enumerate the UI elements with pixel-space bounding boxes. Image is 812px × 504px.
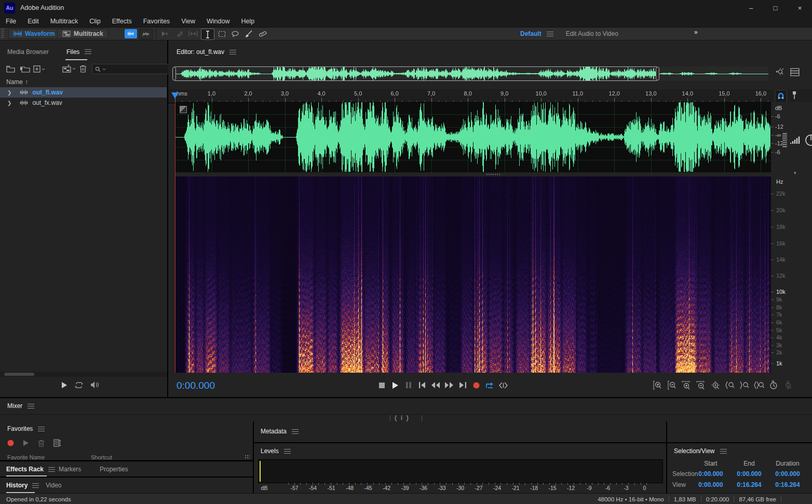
zoom-out-amplitude-button[interactable] (665, 379, 679, 391)
files-hscrollbar[interactable] (0, 372, 167, 377)
spectrogram-canvas[interactable] (175, 176, 770, 373)
zoom-in-amplitude-button[interactable] (650, 379, 665, 391)
skip-selection-button[interactable] (496, 379, 510, 391)
restore-zoom-button[interactable] (766, 379, 781, 391)
move-tool[interactable] (159, 29, 171, 39)
menu-window[interactable]: Window (201, 16, 235, 27)
show-waveform-toggle[interactable] (125, 29, 137, 38)
menu-edit[interactable]: Edit (22, 16, 45, 27)
tab-effects-rack[interactable]: Effects Rack (6, 466, 44, 473)
sv-view-end[interactable]: 0:16.264 (730, 481, 768, 488)
wave-spectral-splitter[interactable] (175, 172, 770, 176)
editor-panel-menu-icon[interactable] (229, 50, 236, 55)
timeline-ruler[interactable]: hms 1,02,03,04,05,06,07,08,09,010,011,01… (168, 89, 812, 103)
tab-favorites[interactable]: Favorites (7, 425, 33, 432)
playhead-handle[interactable] (171, 92, 179, 99)
sv-view-start[interactable]: 0:00.000 (692, 481, 729, 488)
menu-effects[interactable]: Effects (106, 16, 138, 27)
menu-view[interactable]: View (175, 16, 201, 27)
splitter-grip[interactable] (486, 174, 500, 175)
time-display[interactable]: 0:00.000 (177, 380, 215, 391)
toolbar-overflow-button[interactable]: » (694, 29, 698, 36)
preview-play-button[interactable] (61, 382, 67, 390)
overview-view-box[interactable] (173, 66, 659, 81)
files-column-header[interactable]: Name ↑ (0, 77, 167, 88)
favorites-delete-button[interactable] (38, 439, 45, 448)
overview-right-handle[interactable] (656, 67, 659, 80)
selection-view-menu-icon[interactable] (720, 449, 727, 454)
multitrack-view-button[interactable]: Multitrack (57, 29, 109, 39)
menu-clip[interactable]: Clip (84, 16, 106, 27)
hud-knob-icon[interactable] (805, 134, 812, 146)
overview-left-handle[interactable] (172, 67, 176, 80)
divider-info-grip[interactable]: ( i ) (395, 414, 410, 421)
workspace-selector[interactable]: Default (520, 30, 542, 37)
pause-button[interactable] (402, 379, 415, 391)
time-selection-tool[interactable] (201, 29, 214, 40)
maximize-button[interactable]: □ (763, 0, 788, 16)
zoom-full-view-button[interactable] (776, 68, 785, 78)
favorites-reorder-button[interactable] (53, 439, 61, 448)
file-row-out_fx.wav[interactable]: ❯out_fx.wav (0, 98, 167, 108)
zoom-full-button[interactable] (781, 379, 795, 391)
delete-file-button[interactable] (79, 64, 87, 74)
skip-to-end-button[interactable] (456, 379, 469, 391)
favorites-play-button[interactable] (23, 440, 29, 448)
rewind-button[interactable] (429, 379, 442, 391)
expand-chevron-icon[interactable]: ❯ (7, 100, 11, 106)
menu-help[interactable]: Help (235, 16, 260, 27)
spot-healing-brush-tool[interactable] (256, 29, 269, 39)
tab-history[interactable]: History (6, 482, 28, 489)
history-menu-icon[interactable] (32, 483, 39, 488)
show-spectral-toggle[interactable] (139, 29, 153, 39)
zoom-in-left-edge-button[interactable] (723, 379, 737, 391)
loop-preview-button[interactable] (75, 382, 83, 390)
volume-hud[interactable] (782, 133, 812, 147)
marker-pin-button[interactable] (791, 91, 797, 102)
auto-play-button[interactable] (90, 381, 100, 390)
paintbrush-selection-tool[interactable] (242, 29, 255, 39)
razor-tool[interactable] (173, 29, 186, 39)
open-file-button[interactable] (6, 65, 16, 74)
stop-button[interactable] (375, 379, 388, 391)
zoom-in-time-button[interactable] (679, 379, 694, 391)
tab-metadata[interactable]: Metadata (261, 428, 287, 435)
import-file-button[interactable] (20, 65, 30, 74)
snap-toggle-button[interactable] (775, 90, 787, 102)
sv-selection-start[interactable]: 0:00.000 (692, 470, 729, 478)
file-row-out_fl.wav[interactable]: ❯out_fl.wav (0, 87, 167, 98)
menu-file[interactable]: File (0, 16, 22, 27)
waveform-view-button[interactable]: Waveform (8, 29, 60, 39)
tab-selection-view[interactable]: Selection/View (674, 447, 715, 455)
tab-mixer[interactable]: Mixer (7, 402, 22, 410)
zoom-in-right-edge-button[interactable] (737, 379, 752, 391)
favorites-record-button[interactable] (7, 440, 14, 448)
levels-panel-menu-icon[interactable] (284, 449, 291, 454)
sv-view-duration[interactable]: 0:16.264 (769, 481, 806, 488)
editor-title[interactable]: Editor: out_fl.wav (177, 48, 224, 56)
favorites-resize-grip[interactable] (245, 455, 250, 459)
files-panel-menu-icon[interactable] (85, 49, 91, 54)
mixer-panel-menu-icon[interactable] (28, 404, 34, 408)
record-button[interactable] (469, 379, 483, 391)
lasso-selection-tool[interactable] (229, 29, 241, 39)
favorites-panel-menu-icon[interactable] (38, 427, 45, 431)
search-input[interactable] (92, 64, 170, 74)
editor-layout-button[interactable] (790, 68, 800, 78)
minimize-button[interactable]: – (739, 0, 763, 16)
files-hscrollbar-thumb[interactable] (4, 373, 34, 376)
waveform-canvas[interactable] (175, 102, 770, 172)
zoom-to-selection-button[interactable] (752, 379, 766, 391)
tab-media-browser[interactable]: Media Browser (7, 48, 49, 56)
splitter-collapse-arrow[interactable]: ▾ (794, 170, 796, 175)
skip-to-start-button[interactable] (415, 379, 429, 391)
menu-favorites[interactable]: Favorites (138, 16, 175, 27)
close-button[interactable]: × (788, 0, 812, 16)
loop-playback-button[interactable] (483, 379, 496, 391)
play-button[interactable] (388, 379, 402, 391)
fast-forward-button[interactable] (442, 379, 456, 391)
effects-rack-menu-icon[interactable] (48, 467, 55, 472)
zoom-reset-button[interactable] (708, 379, 723, 391)
tab-levels[interactable]: Levels (261, 447, 279, 455)
metadata-panel-menu-icon[interactable] (292, 429, 299, 434)
